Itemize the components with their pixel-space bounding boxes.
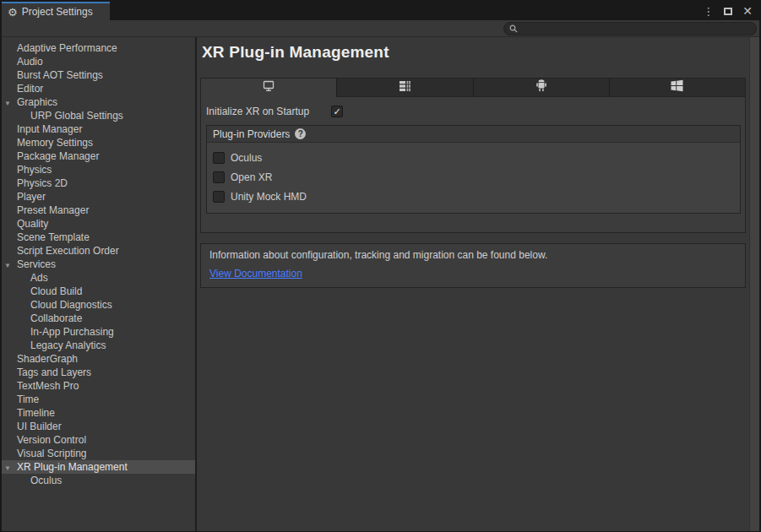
sidebar-item-label: Adaptive Performance	[17, 42, 117, 54]
sidebar-item-label: Memory Settings	[17, 137, 93, 149]
sidebar-item-label: Cloud Build	[30, 285, 82, 297]
maximize-icon[interactable]	[724, 8, 732, 15]
provider-row-open-xr: Open XR	[207, 167, 740, 187]
tab-desktop[interactable]	[201, 79, 337, 97]
sidebar-item-adaptive-performance[interactable]: Adaptive Performance	[2, 41, 195, 55]
sidebar-item-label: Input Manager	[17, 123, 82, 135]
sidebar-item-visual-scripting[interactable]: Visual Scripting	[2, 447, 195, 460]
tab-server[interactable]	[337, 79, 473, 97]
sidebar-item-memory-settings[interactable]: Memory Settings	[2, 136, 195, 149]
sidebar-item-textmesh-pro[interactable]: TextMesh Pro	[2, 379, 195, 393]
platform-tabbar	[201, 79, 745, 97]
sidebar-item-label: Legacy Analytics	[30, 339, 106, 351]
sidebar-item-ads[interactable]: Ads	[2, 271, 195, 285]
sidebar-item-label: Player	[17, 191, 46, 203]
plugin-providers-box: Plug-in Providers ? OculusOpen XRUnity M…	[206, 125, 741, 214]
tab-windows[interactable]	[610, 79, 745, 97]
sidebar-item-label: Time	[17, 394, 39, 405]
sidebar-item-shadergraph[interactable]: ShaderGraph	[2, 352, 195, 366]
page-title: XR Plug-in Management	[202, 43, 759, 62]
plugin-providers-title: Plug-in Providers	[213, 128, 290, 140]
provider-checkbox[interactable]	[213, 171, 225, 183]
sidebar-item-physics-2d[interactable]: Physics 2D	[2, 176, 195, 190]
toolbar	[2, 20, 759, 37]
gear-icon: ⚙	[8, 7, 18, 18]
sidebar-item-label: Package Manager	[17, 150, 99, 162]
server-icon	[398, 80, 411, 95]
search-input[interactable]	[503, 22, 757, 35]
initialize-xr-checkbox[interactable]: ✓	[331, 106, 343, 117]
sidebar-item-label: Physics 2D	[17, 177, 68, 189]
provider-label: Open XR	[231, 171, 272, 183]
sidebar-item-label: Script Execution Order	[17, 245, 119, 257]
sidebar-item-cloud-diagnostics[interactable]: Cloud Diagnostics	[2, 298, 195, 312]
sidebar-item-preset-manager[interactable]: Preset Manager	[2, 204, 195, 217]
sidebar-item-label: Audio	[17, 56, 43, 68]
help-icon[interactable]: ?	[295, 128, 306, 139]
tab-content: Initialize XR on Startup ✓ Plug-in Provi…	[201, 97, 745, 232]
sidebar-item-audio[interactable]: Audio	[2, 55, 195, 68]
project-settings-window: ⚙ Project Settings ⋮ ✕ Adaptive Performa…	[0, 0, 761, 532]
sidebar-item-timeline[interactable]: Timeline	[2, 406, 195, 420]
sidebar-item-label: Scene Template	[17, 231, 90, 243]
sidebar-item-oculus[interactable]: Oculus	[2, 474, 195, 487]
sidebar-item-tags-and-layers[interactable]: Tags and Layers	[2, 366, 195, 379]
sidebar-item-version-control[interactable]: Version Control	[2, 433, 195, 447]
sidebar-item-label: URP Global Settings	[30, 110, 123, 122]
settings-sidebar: Adaptive PerformanceAudioBurst AOT Setti…	[2, 37, 197, 531]
plugin-providers-list: OculusOpen XRUnity Mock HMD	[207, 143, 740, 213]
initialize-xr-row: Initialize XR on Startup ✓	[206, 106, 741, 117]
sidebar-item-in-app-purchasing[interactable]: In-App Purchasing	[2, 325, 195, 339]
sidebar-item-scene-template[interactable]: Scene Template	[2, 231, 195, 244]
provider-checkbox[interactable]	[213, 191, 225, 203]
sidebar-item-xr-plug-in-management[interactable]: ▼XR Plug-in Management	[2, 460, 195, 474]
sidebar-item-label: Tags and Layers	[17, 366, 91, 378]
search-icon	[509, 24, 518, 33]
checkmark-icon: ✓	[333, 107, 340, 117]
sidebar-item-burst-aot-settings[interactable]: Burst AOT Settings	[2, 68, 195, 82]
window-title: Project Settings	[22, 6, 93, 18]
sidebar-item-services[interactable]: ▼Services	[2, 258, 195, 271]
vertical-scrollbar[interactable]	[749, 37, 759, 531]
sidebar-item-label: Services	[17, 258, 56, 270]
sidebar-item-ui-builder[interactable]: UI Builder	[2, 420, 195, 433]
provider-row-oculus: Oculus	[207, 148, 740, 167]
window-menu-icon[interactable]: ⋮	[703, 5, 714, 18]
sidebar-item-graphics[interactable]: ▼Graphics	[2, 95, 195, 109]
sidebar-item-legacy-analytics[interactable]: Legacy Analytics	[2, 339, 195, 352]
sidebar-item-label: UI Builder	[17, 421, 62, 432]
view-documentation-link[interactable]: View Documentation	[209, 268, 302, 280]
window-tab-project-settings[interactable]: ⚙ Project Settings	[2, 2, 110, 20]
sidebar-item-player[interactable]: Player	[2, 190, 195, 204]
sidebar-item-label: Visual Scripting	[17, 448, 87, 459]
window-controls: ⋮ ✕	[703, 2, 753, 20]
plugin-providers-header: Plug-in Providers ?	[207, 126, 740, 143]
sidebar-item-label: Ads	[30, 272, 48, 284]
sidebar-item-label: Collaborate	[30, 312, 82, 324]
sidebar-item-urp-global-settings[interactable]: URP Global Settings	[2, 109, 195, 122]
provider-checkbox[interactable]	[213, 152, 225, 164]
sidebar-item-time[interactable]: Time	[2, 393, 195, 406]
sidebar-item-cloud-build[interactable]: Cloud Build	[2, 285, 195, 298]
sidebar-item-label: Quality	[17, 218, 48, 230]
sidebar-item-script-execution-order[interactable]: Script Execution Order	[2, 244, 195, 258]
provider-row-unity-mock-hmd: Unity Mock HMD	[207, 187, 740, 206]
sidebar-item-physics[interactable]: Physics	[2, 163, 195, 176]
sidebar-item-label: Preset Manager	[17, 204, 89, 216]
titlebar: ⚙ Project Settings ⋮ ✕	[2, 2, 759, 20]
tab-android[interactable]	[474, 79, 610, 97]
initialize-xr-label: Initialize XR on Startup	[206, 106, 331, 117]
desktop-icon	[262, 80, 275, 95]
sidebar-item-input-manager[interactable]: Input Manager	[2, 122, 195, 136]
sidebar-item-collaborate[interactable]: Collaborate	[2, 312, 195, 325]
platform-tabview: Initialize XR on Startup ✓ Plug-in Provi…	[200, 78, 746, 233]
sidebar-item-label: Burst AOT Settings	[17, 69, 103, 81]
main-panel: XR Plug-in Management Initialize XR on S…	[197, 37, 759, 531]
sidebar-item-label: Editor	[17, 83, 43, 95]
sidebar-item-package-manager[interactable]: Package Manager	[2, 149, 195, 163]
sidebar-item-label: XR Plug-in Management	[17, 461, 128, 473]
close-icon[interactable]: ✕	[742, 5, 753, 17]
sidebar-item-quality[interactable]: Quality	[2, 217, 195, 231]
sidebar-item-label: Cloud Diagnostics	[30, 299, 112, 311]
sidebar-item-editor[interactable]: Editor	[2, 82, 195, 95]
